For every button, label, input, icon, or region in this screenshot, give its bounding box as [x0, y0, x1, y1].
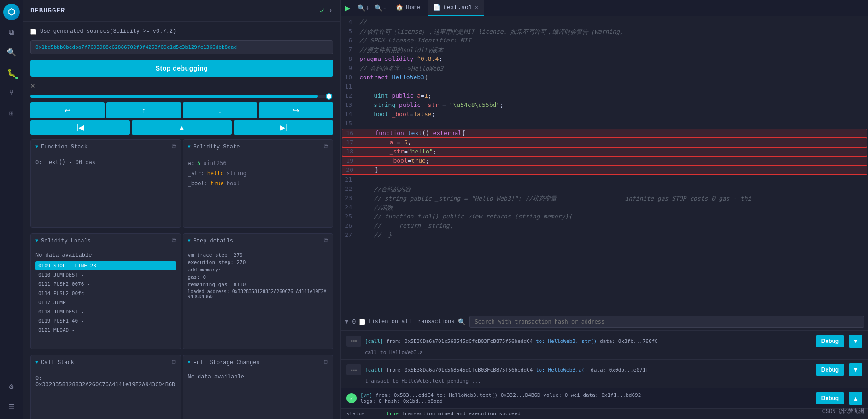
step-details-copy-icon[interactable]: ⧉	[324, 237, 328, 244]
code-line-13: 13 string public _str = "\u54c8\u55bd";	[341, 101, 868, 110]
step-item-5[interactable]: 0118 JUMPDEST -	[35, 307, 176, 316]
call-stack-content: 0: 0x3328358128832A260C76A4141e19E2A943C…	[31, 370, 181, 419]
jump-to-start-button[interactable]: |◀	[30, 120, 130, 135]
files-icon[interactable]: ⧉	[3, 24, 20, 41]
step-item-7[interactable]: 0121 MLOAD -	[35, 326, 176, 335]
generated-sources-checkbox[interactable]	[30, 29, 36, 35]
solidity-locals-title: Solidity Locals	[41, 238, 91, 244]
code-line-6: 6 // SPDX-License-Identifier: MIT	[341, 36, 868, 46]
tx-1-details: [call] from: 0x5B38Da6a701c568545dCfcB03…	[365, 338, 812, 344]
tx-3-expand-button[interactable]: ▲	[849, 392, 862, 405]
solidity-state-content: a: 5 uint256 _str: hello string _bool: t…	[183, 154, 333, 227]
tx-3-details: [vm] from: 0x5B3...eddC4 to: HelloWeb3.t…	[360, 392, 812, 404]
solidity-locals-header: ▼ Solidity Locals ⧉	[31, 234, 181, 248]
listen-label: listen on all transactions	[368, 319, 454, 325]
code-line-14: 14 bool _bool=false;	[341, 110, 868, 119]
debugger-panel: DEBUGGER ✓ › Use generated sources(Solid…	[23, 0, 341, 419]
stop-debugging-button[interactable]: Stop debugging	[30, 60, 333, 77]
step-details-toggle[interactable]: ▼	[188, 238, 191, 243]
solidity-state-copy-icon[interactable]: ⧉	[324, 143, 328, 150]
tab-text-sol[interactable]: 📄 text.sol ✕	[428, 0, 484, 16]
tx-3-debug-button[interactable]: Debug	[816, 392, 844, 404]
search-icon[interactable]: 🔍	[3, 44, 20, 61]
solidity-state-toggle[interactable]: ▼	[188, 144, 191, 149]
slider-row	[27, 92, 337, 100]
code-tabs: ▶ 🔍+ 🔍- 🏠 Home 📄 text.sol ✕	[341, 0, 868, 16]
jump-to-end-button[interactable]: ▶|	[234, 120, 333, 135]
function-stack-copy-icon[interactable]: ⧉	[172, 143, 176, 150]
step-item-4[interactable]: 0117 JUMP -	[35, 298, 176, 307]
zoom-out-button[interactable]: 🔍-	[373, 2, 388, 14]
code-line-7: 7 //源文件所用的solidity版本	[341, 46, 868, 55]
full-storage-copy-icon[interactable]: ⧉	[324, 359, 328, 366]
top-panels-row: ▼ Function Stack ⧉ 0: text() - 00 gas ▼	[27, 137, 337, 230]
tx-2-details: [call] from: 0x5B38Da6a701c568545dCfcB03…	[365, 367, 812, 373]
call-stack-toggle[interactable]: ▼	[35, 360, 38, 365]
breakpoint-back-button[interactable]: ▲	[132, 120, 231, 135]
close-button[interactable]: ✕	[27, 79, 337, 92]
step-item-0[interactable]: 0109 STOP - LINE 23	[35, 261, 176, 270]
full-storage-empty: No data available	[188, 374, 328, 380]
tx-3-status-bottom: status true Transaction mined and execut…	[341, 409, 868, 419]
step-details-header: ▼ Step details ⧉	[183, 234, 333, 248]
account-icon[interactable]: ☰	[3, 399, 20, 415]
solidity-locals-toggle[interactable]: ▼	[35, 238, 38, 243]
listen-all-checkbox[interactable]	[359, 319, 365, 325]
tx-3-status-icon: ✓	[346, 393, 357, 403]
tab-close-button[interactable]: ✕	[475, 4, 478, 11]
full-storage-header: ▼ Full Storage Changes ⧉	[183, 355, 333, 370]
tx-2-debug-button[interactable]: Debug	[816, 364, 844, 376]
tx-panel: ▼ 0 listen on all transactions 🔍 ≡≡≡	[341, 313, 868, 419]
step-item-2[interactable]: 0111 PUSH2 0076 -	[35, 280, 176, 289]
tx-2-expand-button[interactable]: ▼	[849, 363, 862, 376]
function-stack-panel: ▼ Function Stack ⧉ 0: text() - 00 gas	[30, 139, 181, 228]
call-stack-copy-icon[interactable]: ⧉	[172, 359, 176, 366]
no-data-label: No data available	[35, 252, 176, 259]
code-editor: 4 // 5 //软件许可（license），这里用的是MIT license.…	[341, 16, 868, 313]
remaining-gas: remaining gas: 8110	[188, 282, 328, 288]
tx-count: 0	[352, 319, 356, 325]
extensions-icon[interactable]: ⊞	[3, 105, 20, 122]
solidity-locals-copy-icon[interactable]: ⧉	[172, 237, 176, 244]
code-line-21: 21	[341, 176, 868, 185]
state-row-a: a: 5 uint256	[188, 158, 328, 168]
run-button[interactable]: ▶	[345, 2, 350, 14]
zoom-in-button[interactable]: 🔍+	[356, 2, 371, 14]
tx-1-expand-button[interactable]: ▼	[849, 335, 862, 348]
tx-2-main-row: ≡≡≡ [call] from: 0x5B38Da6a701c568545dCf…	[346, 363, 862, 376]
logo-icon[interactable]: ⬡	[3, 4, 20, 20]
full-storage-title: Full Storage Changes	[194, 360, 260, 366]
step-over-back-button[interactable]: ↑	[106, 102, 181, 118]
tab-home[interactable]: 🏠 Home	[390, 0, 426, 16]
tx-search-input[interactable]	[469, 316, 864, 328]
step-list: 0109 STOP - LINE 23 0110 JUMPDEST - 0111…	[35, 261, 176, 335]
step-back-button[interactable]: ↩	[30, 102, 105, 118]
code-line-22: 22 //合约的内容	[341, 185, 868, 194]
step-item-6[interactable]: 0119 PUSH1 40 -	[35, 317, 176, 325]
code-line-16: 16 function text() external{	[342, 129, 867, 138]
git-icon[interactable]: ⑂	[3, 85, 20, 101]
tx-1-debug-button[interactable]: Debug	[816, 335, 844, 347]
full-storage-toggle[interactable]: ▼	[188, 360, 191, 365]
step-over-button[interactable]: ↓	[183, 102, 257, 118]
step-item-1[interactable]: 0110 JUMPDEST -	[35, 271, 176, 279]
debug-icon[interactable]: 🐛	[3, 65, 20, 81]
code-line-11: 11	[341, 83, 868, 92]
step-item-3[interactable]: 0114 PUSH2 00fc -	[35, 289, 176, 298]
tx-expand-btn[interactable]: ▼	[345, 318, 348, 325]
step-forward-button[interactable]: ↪	[259, 102, 333, 118]
code-line-15: 15	[341, 119, 868, 129]
tx-toolbar: ▼ 0 listen on all transactions 🔍	[341, 313, 868, 331]
progress-slider[interactable]	[30, 95, 333, 98]
settings-icon[interactable]: ⚙	[3, 378, 20, 395]
hash-input[interactable]	[30, 40, 333, 54]
tx-1-main-row: ≡≡≡ [call] from: 0x5B38Da6a701c568545dCf…	[346, 335, 862, 348]
nav-buttons-row2: |◀ ▲ ▶|	[27, 120, 337, 137]
state-row-str: _str: hello string	[188, 168, 328, 178]
function-stack-toggle[interactable]: ▼	[35, 144, 38, 149]
more-icon[interactable]: ›	[329, 7, 333, 14]
vm-trace-step: vm trace step: 270	[188, 252, 328, 258]
right-pane: ▶ 🔍+ 🔍- 🏠 Home 📄 text.sol ✕ 4 // 5	[341, 0, 868, 419]
full-storage-content: No data available	[183, 370, 333, 419]
code-line-26: 26 // return _string;	[341, 222, 868, 231]
